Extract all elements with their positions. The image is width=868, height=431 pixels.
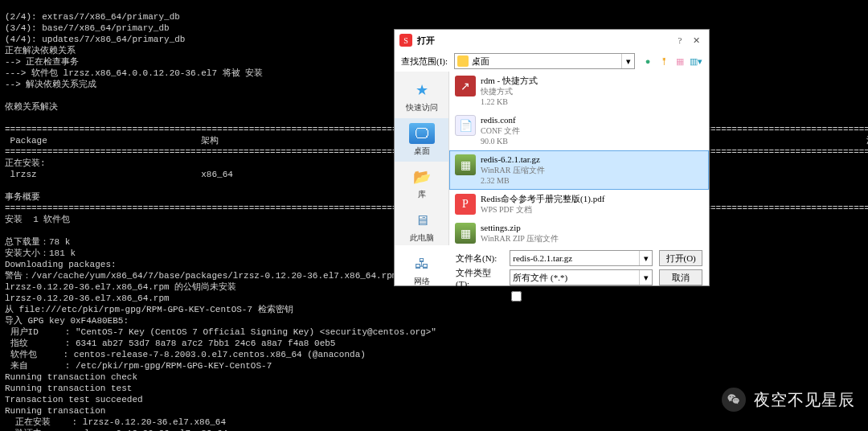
- watermark-text: 夜空不见星辰: [754, 389, 855, 411]
- pdf-icon: P: [455, 194, 476, 215]
- filetype-label: 文件类型(T):: [456, 267, 503, 289]
- file-row[interactable]: P Redis命令参考手册完整版(1).pdfWPS PDF 文档: [449, 190, 709, 219]
- archive-icon: ▦: [455, 223, 476, 244]
- help-button[interactable]: ?: [672, 33, 688, 47]
- dialog-title-text: 打开: [417, 35, 672, 47]
- open-button[interactable]: 打开(O): [659, 250, 702, 266]
- file-row[interactable]: ↗ rdm - 快捷方式快捷方式1.22 KB: [449, 72, 709, 111]
- shortcut-icon: ↗: [455, 76, 476, 96]
- cancel-button[interactable]: 取消: [659, 269, 702, 285]
- places-bar: ★快速访问 🖵桌面 📂库 🖥此电脑 🖧网络: [395, 72, 449, 245]
- ascii-checkbox[interactable]: [511, 291, 522, 302]
- lookup-value: 桌面: [472, 55, 489, 68]
- chevron-down-icon[interactable]: ▾: [621, 54, 634, 68]
- up-icon[interactable]: ⭱: [657, 55, 670, 68]
- lookup-label: 查找范围(I):: [401, 55, 448, 68]
- open-file-dialog: S 打开 ? ✕ 查找范围(I): 桌面 ▾ ● ⭱ ▦ ▥▾ ★快速访问 🖵桌…: [394, 29, 710, 286]
- lookup-combo[interactable]: 桌面 ▾: [454, 53, 635, 69]
- watermark: 夜空不见星辰: [722, 388, 855, 412]
- view-icon[interactable]: ▥▾: [690, 55, 702, 68]
- file-row[interactable]: ▦ settings.zipWinRAR ZIP 压缩文件: [449, 219, 709, 245]
- place-network[interactable]: 🖧网络: [395, 248, 448, 292]
- newfolder-icon[interactable]: ▦: [674, 55, 686, 68]
- filename-input[interactable]: redis-6.2.1.tar.gz▾: [510, 250, 653, 266]
- place-quickaccess[interactable]: ★快速访问: [395, 75, 448, 118]
- filename-label: 文件名(N):: [456, 252, 503, 265]
- back-icon[interactable]: ●: [641, 55, 654, 68]
- dialog-titlebar[interactable]: S 打开 ? ✕: [395, 30, 709, 51]
- textfile-icon: 📄: [455, 115, 476, 136]
- place-thispc[interactable]: 🖥此电脑: [395, 205, 448, 248]
- file-row[interactable]: 📄 redis.confCONF 文件90.0 KB: [449, 111, 709, 150]
- folder-icon: [457, 55, 469, 67]
- ascii-label: 发送文件到ASCII: [525, 290, 592, 302]
- chevron-down-icon[interactable]: ▾: [639, 270, 652, 285]
- app-icon: S: [399, 34, 412, 47]
- close-button[interactable]: ✕: [688, 33, 704, 47]
- archive-icon: ▦: [455, 154, 476, 175]
- wechat-icon: [722, 388, 746, 412]
- file-row-selected[interactable]: ▦ redis-6.2.1.tar.gzWinRAR 压缩文件2.32 MB: [449, 150, 709, 190]
- filetype-combo[interactable]: 所有文件 (*.*)▾: [510, 269, 653, 285]
- file-list[interactable]: ↗ rdm - 快捷方式快捷方式1.22 KB 📄 redis.confCONF…: [449, 72, 709, 245]
- place-libraries[interactable]: 📂库: [395, 162, 448, 205]
- chevron-down-icon[interactable]: ▾: [639, 251, 652, 265]
- place-desktop[interactable]: 🖵桌面: [395, 118, 448, 162]
